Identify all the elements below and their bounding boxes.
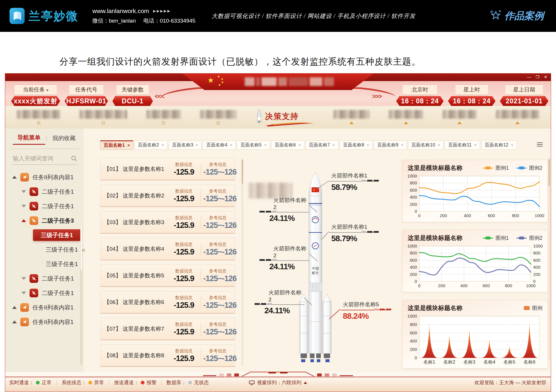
page-tab[interactable]: 页面名称9× bbox=[374, 140, 407, 150]
tab-close-icon[interactable]: × bbox=[474, 143, 476, 147]
tabs-menu-icon[interactable] bbox=[537, 142, 543, 148]
tree-item[interactable]: 二级子任务1 bbox=[5, 184, 84, 199]
tree-item[interactable]: 二级子任务1 bbox=[5, 199, 84, 213]
rocket-callout: 火箭部件名称224.11% bbox=[259, 245, 309, 271]
tree-expander-icon[interactable] bbox=[12, 320, 17, 323]
page-tab[interactable]: 页面名称11× bbox=[445, 140, 480, 150]
legend-item[interactable]: 图例 bbox=[524, 305, 542, 312]
legend-item[interactable]: 图例2 bbox=[516, 235, 542, 241]
nav-item-blurred[interactable] bbox=[333, 110, 370, 124]
svg-text:1000: 1000 bbox=[407, 314, 417, 318]
portfolio-link[interactable]: 作品案例 bbox=[490, 9, 544, 23]
tree-item[interactable]: 二级子任务1 bbox=[5, 286, 84, 300]
svg-text:航天: 航天 bbox=[312, 271, 319, 275]
page-tab-label: 页面名称8 bbox=[343, 142, 364, 148]
tree-item-selected[interactable]: 三级子任务1 bbox=[33, 229, 81, 241]
sidebar-scrollbar[interactable] bbox=[80, 224, 83, 365]
intro-headline: 分享一组我们设计的火箭发射界面设计（已脱敏），这个发射监控系统有五种皮肤主题。 bbox=[59, 56, 421, 68]
search-input[interactable] bbox=[12, 155, 65, 162]
svg-text:名称5: 名称5 bbox=[504, 360, 515, 364]
layout-notch bbox=[242, 372, 314, 377]
window-layout-control[interactable]: 视窗排列：六联排列 bbox=[249, 379, 307, 386]
nav-item-blurred[interactable] bbox=[146, 110, 181, 124]
svg-text:600: 600 bbox=[410, 258, 417, 263]
tree-item[interactable]: 任务II列表内容1 bbox=[5, 315, 84, 329]
svg-text:名称2: 名称2 bbox=[443, 360, 455, 364]
nav-item-decision-support[interactable]: 决策支持 bbox=[255, 109, 314, 128]
tab-close-icon[interactable]: × bbox=[438, 143, 440, 147]
tab-close-icon[interactable]: × bbox=[401, 143, 403, 147]
page-tab[interactable]: 页面名称1× bbox=[100, 140, 133, 150]
nav-item-blurred[interactable] bbox=[442, 110, 477, 124]
tree-expander-icon[interactable] bbox=[21, 292, 26, 294]
divider bbox=[201, 163, 201, 175]
nav-item-blurred[interactable] bbox=[496, 110, 539, 124]
tree-item[interactable]: 二级子任务1 bbox=[5, 271, 84, 286]
blurred-nav-label bbox=[146, 110, 181, 119]
callout-rule bbox=[329, 232, 379, 233]
page-tab[interactable]: 页面名称3× bbox=[169, 140, 202, 150]
tree-expander-icon[interactable] bbox=[12, 306, 17, 309]
tab-close-icon[interactable]: × bbox=[127, 143, 130, 148]
rocket-icon bbox=[255, 109, 263, 124]
tree-item[interactable]: 三级子任务1 bbox=[5, 257, 84, 271]
page-tab[interactable]: 页面名称7× bbox=[306, 140, 339, 150]
nav-item-blurred[interactable] bbox=[79, 110, 127, 124]
tab-close-icon[interactable]: × bbox=[230, 143, 232, 147]
divider bbox=[201, 216, 201, 228]
tree-expander-icon[interactable] bbox=[21, 190, 26, 193]
page-tab[interactable]: 页面名称10× bbox=[408, 140, 444, 150]
page-tab[interactable]: 页面名称4× bbox=[203, 140, 236, 150]
tab-close-icon[interactable]: × bbox=[298, 143, 301, 147]
param-ref-value: -125~-126 bbox=[203, 194, 232, 203]
satellite-icon bbox=[30, 274, 38, 283]
tab-close-icon[interactable]: × bbox=[367, 143, 369, 147]
legend-item[interactable]: 图例2 bbox=[516, 164, 542, 171]
tree-expander-icon[interactable] bbox=[12, 176, 17, 179]
sidebar-tab-favorites[interactable]: 我的收藏 bbox=[48, 133, 80, 144]
chart-plot: 0020020040040060060080080010001000020040… bbox=[406, 243, 544, 289]
tab-close-icon[interactable]: × bbox=[511, 143, 513, 147]
nav-item-blurred[interactable] bbox=[200, 110, 236, 124]
page-tab[interactable]: 页面名称2× bbox=[134, 140, 167, 150]
tree-expander-icon[interactable] bbox=[21, 277, 26, 280]
nav-item-blurred[interactable] bbox=[17, 110, 60, 124]
svg-text:400: 400 bbox=[464, 213, 471, 218]
wechat-label: 微信：ben_lanlan bbox=[92, 17, 136, 25]
callout-label: 火箭部件名称1 bbox=[329, 223, 379, 231]
param-data-value: -125.9 bbox=[169, 301, 198, 310]
content-scrollbar[interactable] bbox=[548, 158, 550, 360]
tree-item[interactable]: 二级子任务3 bbox=[5, 213, 84, 228]
page-tab[interactable]: 页面名称8× bbox=[340, 140, 373, 150]
tree-item-label: 二级子任务1 bbox=[42, 275, 74, 283]
close-button[interactable]: ✕ bbox=[544, 74, 547, 80]
services-list: 大数据可视化设计 / 软件界面设计 / 网站建设 / 手机及小程序设计 / 软件… bbox=[212, 12, 416, 20]
chart-card: 这里是模块标题名称图例1图例20020020040040060060080080… bbox=[402, 230, 548, 292]
page-tab[interactable]: 页面名称5× bbox=[237, 140, 270, 150]
tree-item[interactable]: 三级子任务1 bbox=[5, 242, 84, 257]
page-tab[interactable]: 页面名称6× bbox=[271, 140, 304, 150]
status-state: 报警 bbox=[147, 379, 156, 386]
divider bbox=[201, 296, 201, 308]
tab-close-icon[interactable]: × bbox=[162, 143, 164, 147]
callout-value: 58.79% bbox=[329, 234, 379, 243]
tab-close-icon[interactable]: × bbox=[264, 143, 266, 147]
tree-expander-icon[interactable] bbox=[21, 205, 26, 208]
svg-text:200: 200 bbox=[440, 213, 447, 218]
minimize-button[interactable]: — bbox=[527, 74, 531, 80]
legend-item[interactable]: 图例1 bbox=[483, 164, 509, 171]
tab-close-icon[interactable]: × bbox=[332, 143, 335, 147]
tree-expander-icon[interactable] bbox=[21, 219, 26, 222]
monitor-icon bbox=[249, 380, 255, 385]
maximize-button[interactable]: ❒ bbox=[536, 74, 539, 80]
page-tab[interactable]: 页面名称12× bbox=[481, 140, 517, 150]
search-icon[interactable] bbox=[71, 155, 77, 162]
sidebar-tab-nav-menu[interactable]: 导航菜单 bbox=[13, 132, 45, 145]
current-mission-dropdown[interactable]: 当前任务 ▾ bbox=[14, 85, 57, 95]
legend-item[interactable]: 图例1 bbox=[483, 235, 509, 241]
sidebar-collapse-handle[interactable]: « bbox=[82, 246, 85, 254]
tree-item[interactable]: 任务II列表内容1 bbox=[5, 300, 84, 315]
nav-item-blurred[interactable] bbox=[389, 110, 423, 124]
tab-close-icon[interactable]: × bbox=[196, 143, 198, 147]
tree-item[interactable]: 任务II列表内容1 bbox=[5, 170, 84, 184]
